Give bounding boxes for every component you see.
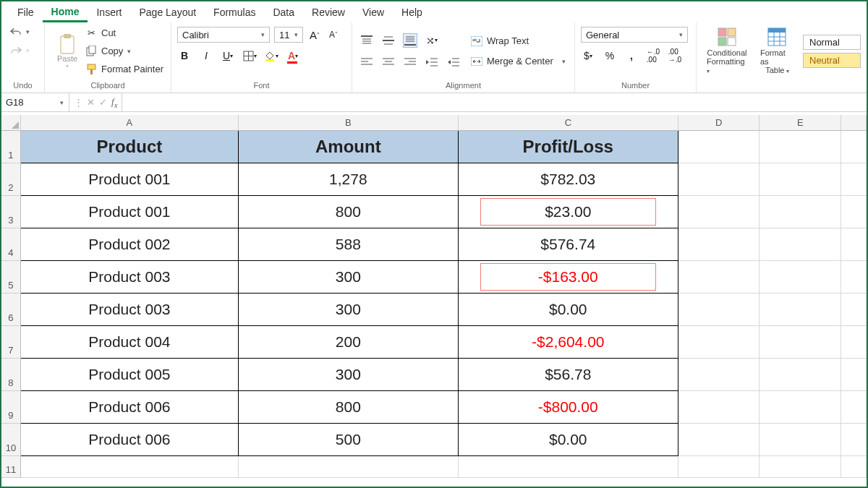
align-middle-button[interactable] bbox=[381, 33, 396, 48]
undo-button[interactable]: ▾ bbox=[10, 24, 30, 40]
grab-handle-icon[interactable]: ⋮ bbox=[74, 97, 82, 108]
cancel-formula-icon[interactable]: ✕ bbox=[87, 97, 95, 108]
cell[interactable] bbox=[760, 424, 841, 456]
cell[interactable] bbox=[678, 196, 760, 228]
cell[interactable]: 1,278 bbox=[239, 163, 459, 196]
wrap-text-button[interactable]: ab Wrap Text bbox=[471, 33, 566, 49]
font-color-button[interactable]: A▾ bbox=[286, 48, 300, 63]
cell[interactable]: -$163.00 bbox=[459, 261, 678, 294]
fill-color-button[interactable]: ▾ bbox=[264, 48, 278, 63]
cell[interactable]: 800 bbox=[239, 391, 459, 424]
redo-button[interactable]: ▾ bbox=[10, 43, 30, 59]
row-header[interactable]: 4 bbox=[1, 228, 21, 261]
cell[interactable]: $23.00 bbox=[459, 196, 678, 228]
cell[interactable] bbox=[841, 326, 867, 359]
font-name-combo[interactable]: Calibri▾ bbox=[177, 27, 270, 43]
row-header[interactable]: 1 bbox=[1, 131, 21, 163]
align-top-button[interactable] bbox=[359, 33, 374, 48]
cell[interactable] bbox=[760, 456, 841, 478]
cell[interactable]: Product 006 bbox=[21, 391, 239, 424]
cell[interactable] bbox=[678, 294, 760, 326]
row-header[interactable]: 7 bbox=[1, 326, 21, 359]
cell[interactable] bbox=[678, 456, 760, 478]
cell[interactable]: $0.00 bbox=[459, 294, 678, 326]
cell[interactable] bbox=[841, 131, 867, 163]
grow-font-button[interactable]: A˄ bbox=[307, 27, 322, 42]
increase-decimal-button[interactable]: ←.0.00 bbox=[646, 48, 660, 63]
cell[interactable] bbox=[841, 261, 867, 294]
align-right-button[interactable] bbox=[403, 55, 417, 69]
cell[interactable] bbox=[841, 456, 867, 478]
cell[interactable] bbox=[760, 163, 841, 196]
row-header[interactable]: 10 bbox=[1, 424, 21, 456]
cell[interactable]: Product 002 bbox=[21, 228, 239, 261]
cell[interactable] bbox=[760, 196, 841, 228]
cell[interactable] bbox=[678, 228, 760, 261]
cell[interactable]: Profit/Loss bbox=[459, 131, 678, 163]
cell[interactable] bbox=[841, 163, 867, 196]
italic-button[interactable]: I bbox=[199, 48, 213, 63]
col-header-A[interactable]: A bbox=[21, 115, 239, 131]
row-header[interactable]: 8 bbox=[1, 359, 21, 391]
tab-review[interactable]: Review bbox=[303, 2, 354, 22]
cell[interactable]: 300 bbox=[239, 261, 459, 294]
cell[interactable] bbox=[760, 228, 841, 261]
cell[interactable] bbox=[678, 424, 760, 456]
comma-format-button[interactable]: , bbox=[624, 48, 639, 63]
cell[interactable] bbox=[841, 228, 867, 261]
tab-page-layout[interactable]: Page Layout bbox=[130, 2, 205, 22]
row-header[interactable]: 5 bbox=[1, 261, 21, 294]
tab-insert[interactable]: Insert bbox=[88, 2, 130, 22]
align-bottom-button[interactable] bbox=[403, 33, 417, 48]
cell[interactable]: -$2,604.00 bbox=[459, 326, 678, 359]
cell[interactable]: 800 bbox=[239, 196, 459, 228]
cell[interactable] bbox=[459, 456, 678, 478]
select-all-corner[interactable] bbox=[1, 115, 21, 131]
cell[interactable]: Amount bbox=[239, 131, 459, 163]
row-header[interactable]: 2 bbox=[1, 163, 21, 196]
tab-view[interactable]: View bbox=[354, 2, 393, 22]
cell[interactable] bbox=[841, 424, 867, 456]
col-header-C[interactable]: C bbox=[459, 115, 678, 131]
fx-icon[interactable]: fx bbox=[111, 96, 117, 109]
cell[interactable] bbox=[678, 131, 760, 163]
cell[interactable] bbox=[760, 131, 841, 163]
shrink-font-button[interactable]: A˅ bbox=[326, 27, 341, 42]
cell[interactable]: Product 003 bbox=[21, 261, 239, 294]
col-header-D[interactable]: D bbox=[678, 115, 760, 131]
cell[interactable] bbox=[760, 326, 841, 359]
row-header[interactable]: 9 bbox=[1, 391, 21, 424]
cell[interactable]: $782.03 bbox=[459, 163, 678, 196]
copy-button[interactable]: Copy ▾ bbox=[85, 43, 163, 59]
bold-button[interactable]: B bbox=[177, 48, 192, 63]
cell[interactable]: 500 bbox=[239, 424, 459, 456]
tab-home[interactable]: Home bbox=[43, 1, 88, 22]
cell[interactable]: 588 bbox=[239, 228, 459, 261]
number-format-combo[interactable]: General▾ bbox=[581, 27, 688, 43]
increase-indent-button[interactable] bbox=[446, 55, 461, 69]
cell[interactable]: Product bbox=[21, 131, 239, 163]
cell[interactable] bbox=[678, 359, 760, 391]
name-box[interactable]: G18 ▾ bbox=[1, 93, 69, 111]
font-size-combo[interactable]: 11▾ bbox=[274, 27, 303, 43]
cell-style-normal[interactable]: Normal bbox=[803, 35, 861, 50]
cell[interactable] bbox=[841, 359, 867, 391]
col-header-extra[interactable] bbox=[841, 115, 867, 131]
cell[interactable]: Product 006 bbox=[21, 424, 239, 456]
cell[interactable]: -$800.00 bbox=[459, 391, 678, 424]
percent-format-button[interactable]: % bbox=[603, 48, 617, 63]
accounting-format-button[interactable]: $▾ bbox=[581, 48, 595, 63]
cell[interactable] bbox=[239, 456, 459, 478]
decrease-indent-button[interactable] bbox=[425, 55, 439, 69]
align-left-button[interactable] bbox=[359, 55, 374, 69]
paste-button[interactable]: Paste ▾ bbox=[49, 32, 85, 71]
cell[interactable] bbox=[760, 359, 841, 391]
spreadsheet-grid[interactable]: A B C D E 1ProductAmountProfit/Loss2Prod… bbox=[1, 115, 867, 487]
cut-button[interactable]: ✂ Cut bbox=[85, 25, 163, 41]
cell[interactable] bbox=[760, 294, 841, 326]
cell[interactable] bbox=[21, 456, 239, 478]
merge-center-button[interactable]: Merge & Center ▾ bbox=[471, 53, 566, 69]
orientation-button[interactable]: ⤭▾ bbox=[425, 33, 439, 48]
format-painter-button[interactable]: Format Painter bbox=[85, 61, 163, 77]
cell[interactable]: 200 bbox=[239, 326, 459, 359]
